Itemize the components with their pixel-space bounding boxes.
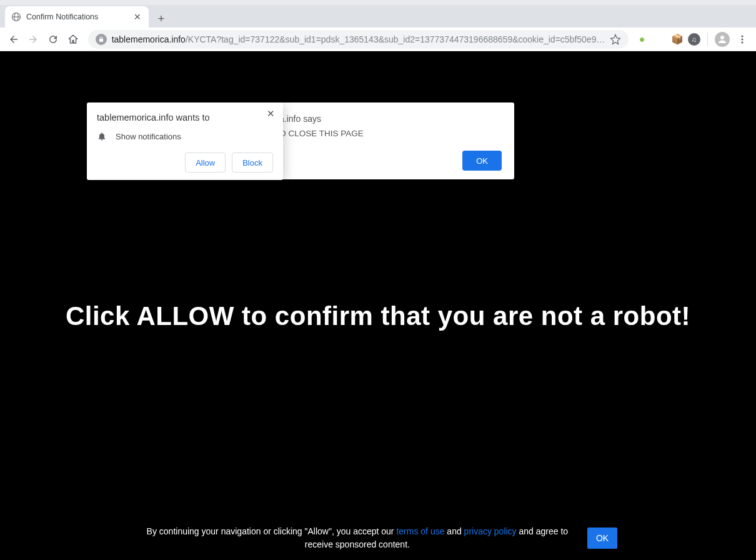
svg-point-10 (742, 38, 744, 40)
titlebar (0, 0, 756, 5)
url-host: tablememorica.info (112, 34, 186, 44)
page-content: emorica.info says LOW TO CLOSE THIS PAGE… (0, 51, 756, 560)
site-info-button[interactable] (96, 34, 107, 45)
svg-rect-7 (99, 39, 103, 42)
new-tab-button[interactable]: + (152, 10, 170, 28)
terms-of-use-link[interactable]: terms of use (396, 526, 444, 536)
alert-message-text: LOW TO CLOSE THIS PAGE (253, 129, 502, 138)
menu-button[interactable] (734, 29, 751, 49)
globe-icon (11, 12, 21, 22)
toolbar-divider (707, 32, 708, 46)
privacy-policy-link[interactable]: privacy policy (464, 526, 517, 536)
bookmark-star-icon[interactable] (610, 34, 621, 45)
profile-button[interactable] (714, 29, 732, 49)
permission-allow-button[interactable]: Allow (185, 152, 226, 172)
notification-permission-dialog: ✕ tablememorica.info wants to Show notif… (87, 102, 283, 180)
avatar-icon (715, 32, 730, 47)
permission-block-button[interactable]: Block (232, 152, 273, 172)
url-text: tablememorica.info/KYCTA?tag_id=737122&s… (112, 34, 605, 44)
back-button[interactable] (5, 29, 22, 49)
permission-row-label: Show notifications (116, 132, 181, 141)
permission-close-button[interactable]: ✕ (264, 108, 277, 120)
browser-tab[interactable]: Confirm Notifications ✕ (5, 6, 149, 28)
home-button[interactable] (64, 29, 82, 49)
consent-text: By continuing your navigation or clickin… (139, 525, 576, 551)
svg-point-11 (742, 41, 744, 43)
extension-green-icon[interactable]: ● (635, 31, 649, 48)
address-bar[interactable]: tablememorica.info/KYCTA?tag_id=737122&s… (88, 30, 629, 49)
consent-mid: and (444, 526, 464, 536)
reload-button[interactable] (44, 29, 62, 49)
consent-ok-button[interactable]: OK (587, 528, 617, 549)
extension-music-icon[interactable]: ♫ (687, 31, 700, 48)
tab-close-button[interactable]: ✕ (132, 12, 142, 22)
bell-icon (97, 131, 107, 141)
svg-point-8 (720, 36, 724, 39)
alert-origin-text: emorica.info says (253, 114, 502, 124)
tab-title: Confirm Notifications (26, 12, 127, 21)
extension-package-icon[interactable]: 📦 (670, 31, 684, 48)
url-path: /KYCTA?tag_id=737122&sub_id1=pdsk_136514… (186, 34, 605, 44)
permission-title: tablememorica.info wants to (97, 112, 273, 122)
consent-footer: By continuing your navigation or clickin… (0, 519, 756, 558)
alert-ok-button[interactable]: OK (462, 151, 502, 171)
tab-strip: Confirm Notifications ✕ + (0, 5, 756, 28)
svg-point-9 (742, 35, 744, 37)
page-headline: Click ALLOW to confirm that you are not … (0, 301, 756, 331)
browser-toolbar: tablememorica.info/KYCTA?tag_id=737122&s… (0, 28, 756, 51)
forward-button[interactable] (25, 29, 42, 49)
consent-pre: By continuing your navigation or clickin… (147, 526, 397, 536)
